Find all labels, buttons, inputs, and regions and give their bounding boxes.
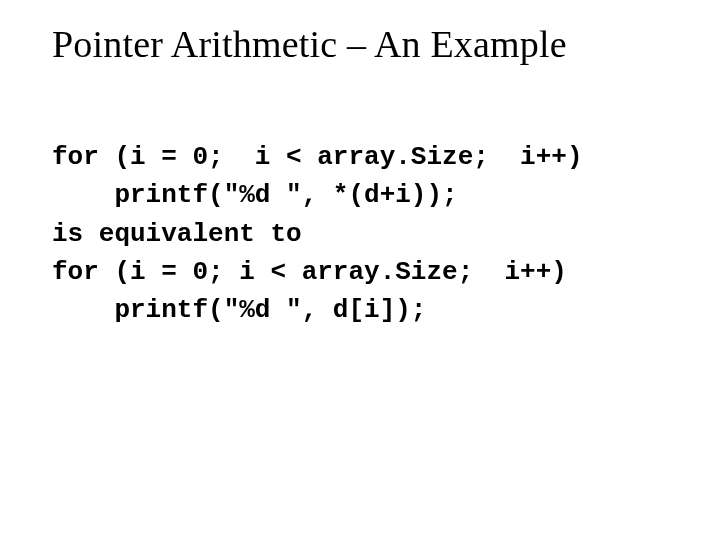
- code-line-5: printf("%d ", d[i]);: [52, 295, 426, 325]
- code-line-1: for (i = 0; i < array.Size; i++): [52, 142, 583, 172]
- code-line-3: is equivalent to: [52, 219, 302, 249]
- code-line-4: for (i = 0; i < array.Size; i++): [52, 257, 567, 287]
- code-block: for (i = 0; i < array.Size; i++) printf(…: [52, 100, 680, 368]
- slide-title: Pointer Arithmetic – An Example: [52, 22, 680, 66]
- slide: Pointer Arithmetic – An Example for (i =…: [0, 0, 720, 540]
- code-line-2: printf("%d ", *(d+i));: [52, 180, 458, 210]
